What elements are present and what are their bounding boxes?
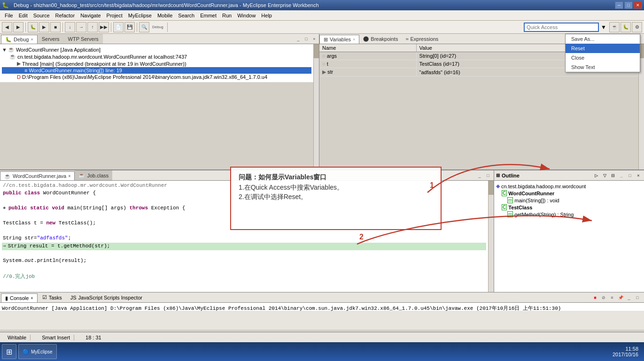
debug-scrollbar-thumb[interactable] — [314, 44, 319, 58]
outline-label-1: WordCountRunner — [508, 191, 554, 196]
variables-tab-label: Variables — [330, 37, 351, 42]
menu-navigate[interactable]: Navigate — [78, 12, 103, 19]
qa-item-close[interactable]: Close — [566, 53, 640, 62]
menu-emmet[interactable]: Emmet — [197, 12, 219, 19]
console-btn-2[interactable]: ⊘ — [600, 294, 607, 301]
console-tab-bar: ▮ Console × ☑ Tasks JS JavaScript Script… — [0, 292, 644, 303]
tab-job-class[interactable]: ☕ Job.class — [75, 170, 112, 180]
editor-scrollbar[interactable] — [488, 181, 494, 292]
outline-collapse[interactable]: ⊟ — [609, 172, 617, 179]
code-text-7: String str="adfasfds"; — [3, 235, 71, 241]
tree-item-0[interactable]: ▼ ☕ WordCountRunner [Java Application] — [2, 46, 311, 53]
console-max[interactable]: □ — [634, 294, 641, 301]
outline-item-0[interactable]: ◆ cn.test.bigdata.hadoop.mr.wordcount — [496, 183, 642, 190]
console-pin-btn[interactable]: 📌 — [617, 294, 624, 301]
vars-tab-close[interactable]: × — [353, 37, 355, 42]
menu-window[interactable]: Window — [234, 12, 258, 19]
tab-wordcountrunner[interactable]: ☕ WordCountRunner.java × — [0, 171, 75, 180]
menu-file[interactable]: File — [2, 12, 16, 19]
toolbar-save[interactable]: 💾 — [124, 22, 135, 32]
editor-max-btn[interactable]: □ — [484, 172, 492, 179]
toolbar-resume[interactable]: ▶▶ — [99, 22, 109, 32]
myeclipse-icon: 🔵 — [23, 349, 29, 355]
tab-breakpoints[interactable]: ⬤ Breakpoints — [359, 34, 402, 44]
console-tab-close[interactable]: × — [31, 296, 33, 300]
toolbar-step-over[interactable]: → — [76, 22, 86, 32]
debug-panel-max[interactable]: □ — [303, 35, 310, 43]
breakpoints-icon: ⬤ — [363, 36, 369, 42]
perspective-java-button[interactable]: ☕ — [609, 22, 620, 32]
toolbar-run[interactable]: ▶ — [39, 22, 49, 32]
outline-tab-label[interactable]: Outline — [502, 173, 520, 178]
outline-item-3[interactable]: C TestClass — [496, 204, 642, 211]
menu-help[interactable]: Help — [258, 12, 275, 19]
tree-item-4[interactable]: D D:\Program Files (x86)\Java\MyEclipse … — [2, 74, 311, 80]
minimize-button[interactable]: ─ — [615, 1, 623, 9]
toolbar-forward[interactable]: ▶ — [13, 22, 23, 32]
tab-servers[interactable]: Servers — [38, 34, 64, 44]
maximize-button[interactable]: □ — [624, 1, 633, 9]
menu-mobile[interactable]: Mobile — [155, 12, 175, 19]
toolbar-back[interactable]: ◀ — [2, 22, 12, 32]
editor-content[interactable]: //cn.test.bigdata.hadoop.mr.wordcount.Wo… — [0, 181, 488, 292]
debug-panel-close[interactable]: × — [310, 35, 318, 43]
console-btn-3[interactable]: ≡ — [608, 294, 616, 301]
console-stop-btn[interactable]: ■ — [591, 294, 599, 301]
menu-run[interactable]: Run — [219, 12, 234, 19]
tree-item-2[interactable]: ▶ Thread [main] (Suspended (breakpoint a… — [2, 60, 311, 67]
menu-project[interactable]: Project — [104, 12, 125, 19]
outline-item-1[interactable]: C WordCountRunner — [496, 190, 642, 197]
outline-min[interactable]: _ — [618, 172, 625, 179]
status-position: 18 : 31 — [82, 335, 105, 340]
debug-scrollbar[interactable] — [313, 44, 319, 169]
tab-expressions[interactable]: ≈ Expressions — [402, 34, 442, 44]
code-line-6 — [2, 228, 486, 235]
editor-tab1-close[interactable]: × — [68, 174, 70, 178]
close-button[interactable]: ✕ — [634, 1, 642, 9]
tree-item-3[interactable]: ≡ WordCountRunner.main(String[]) line: 1… — [2, 67, 311, 74]
qa-item-show-text[interactable]: Show Text — [566, 62, 640, 72]
tab-tasks[interactable]: ☑ Tasks — [39, 292, 66, 302]
qa-item-reset[interactable]: Reset — [566, 44, 640, 53]
toolbar-stop[interactable]: ■ — [50, 22, 61, 32]
menu-refactor[interactable]: Refactor — [53, 12, 78, 19]
debug-tree[interactable]: ▼ ☕ WordCountRunner [Java Application] ☕… — [0, 44, 313, 82]
toolbar-step-into[interactable]: ↓ — [65, 22, 75, 32]
tab-js-inspector[interactable]: JS JavaScript Scripts Inspector — [67, 292, 146, 302]
outline-content: ◆ cn.test.bigdata.hadoop.mr.wordcount C … — [494, 181, 644, 292]
tab-wtp-servers[interactable]: WTP Servers — [64, 34, 103, 44]
taskbar-item-myeclipse[interactable]: 🔵 MyEclipse — [18, 344, 57, 359]
outline-close[interactable]: × — [635, 172, 642, 179]
menu-source[interactable]: Source — [31, 12, 53, 19]
console-panel: ▮ Console × ☑ Tasks JS JavaScript Script… — [0, 292, 644, 330]
menu-edit[interactable]: Edit — [16, 12, 31, 19]
toolbar-debug[interactable]: 🐛 — [28, 22, 38, 32]
debug-tab-close[interactable]: × — [31, 37, 33, 42]
console-min[interactable]: _ — [625, 294, 633, 301]
tree-item-1[interactable]: ☕ cn.test.bigdata.hadoop.mr.wordcount.Wo… — [2, 53, 311, 60]
debug-panel-min[interactable]: _ — [295, 35, 302, 43]
menu-search[interactable]: Search — [175, 12, 197, 19]
editor-min-btn[interactable]: _ — [476, 172, 483, 179]
quick-access-input[interactable] — [524, 23, 599, 32]
perspective-settings-button[interactable]: ⚙ — [632, 22, 642, 32]
qa-item-save-as[interactable]: Save As... — [566, 34, 640, 44]
outline-btn-2[interactable]: ▽ — [601, 172, 608, 179]
start-button[interactable]: ⊞ — [2, 344, 16, 359]
editor-scrollbar-thumb[interactable] — [489, 181, 494, 195]
tab-console[interactable]: ▮ Console × — [1, 293, 38, 302]
outline-item-4[interactable]: m getMethod(String) : String — [496, 211, 642, 218]
tab-variables[interactable]: ⊞ Variables × — [319, 35, 359, 44]
outline-icon: ⊞ — [496, 173, 500, 178]
perspective-debug-button[interactable]: 🐛 — [621, 22, 631, 32]
outline-max[interactable]: □ — [626, 172, 634, 179]
menu-myeclipse[interactable]: MyEclipse — [125, 12, 155, 19]
toolbar-new-file[interactable]: 📄 — [113, 22, 124, 32]
outline-item-2[interactable]: m main(String[]) : void — [496, 197, 642, 204]
toolbar-search[interactable]: 🔍 — [139, 22, 149, 32]
toolbar-step-out[interactable]: ↑ — [87, 22, 98, 32]
breakpoints-tab-label: Breakpoints — [371, 36, 398, 42]
col-header-name: Name — [319, 44, 416, 52]
outline-btn-1[interactable]: ▷ — [592, 172, 600, 179]
tab-debug[interactable]: 🐛 Debug × — [1, 35, 38, 44]
